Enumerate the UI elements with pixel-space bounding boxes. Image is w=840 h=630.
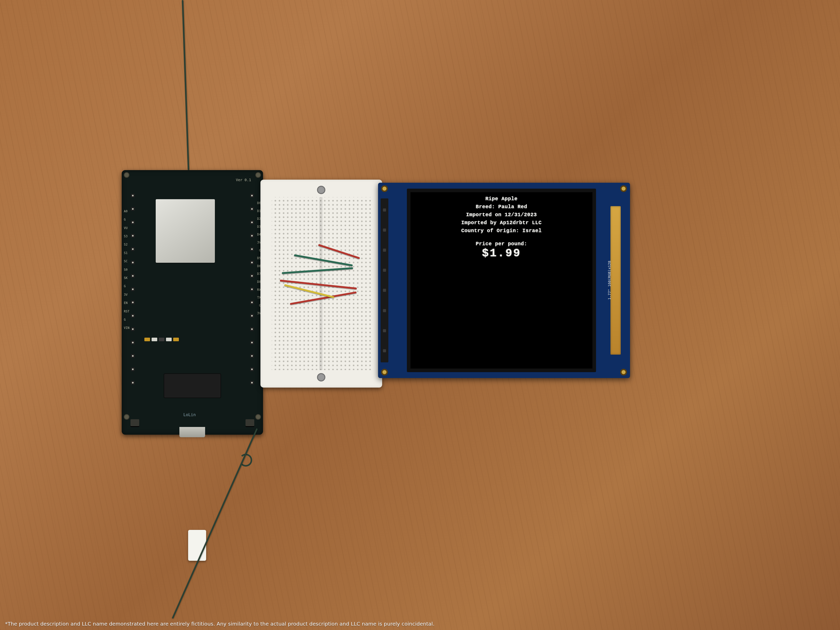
disclaimer-text: *The product description and LLC name de… bbox=[5, 621, 435, 627]
right-pin-header bbox=[250, 194, 254, 384]
price-per-pound-label: Price per pound: bbox=[476, 241, 527, 247]
mount-hole bbox=[381, 185, 388, 192]
product-breed: Breed: Paula Red bbox=[476, 203, 527, 211]
tft-display-module: 1.77" 160(RGB)x128 Ripe Apple Breed: Pau… bbox=[378, 183, 630, 378]
origin-country: Country of Origin: Israel bbox=[461, 227, 542, 235]
mcu-version-label: Ver 0.1 bbox=[236, 178, 251, 182]
breadboard-mount-hole bbox=[317, 373, 325, 381]
bottom-wire bbox=[172, 428, 257, 619]
mount-hole bbox=[620, 369, 627, 376]
mount-hole bbox=[124, 414, 129, 420]
reset-button[interactable] bbox=[131, 419, 139, 427]
mount-hole bbox=[255, 414, 261, 420]
mount-hole bbox=[124, 172, 129, 178]
mount-hole bbox=[620, 185, 627, 192]
mount-hole bbox=[381, 369, 388, 376]
product-name: Ripe Apple bbox=[485, 195, 518, 203]
breadboard-grid bbox=[272, 197, 371, 370]
tft-resolution-label: 1.77" 160(RGB)x128 bbox=[607, 261, 611, 300]
price-value: $1.99 bbox=[482, 247, 521, 260]
mcu-brand-label: LoLin bbox=[183, 412, 196, 417]
usb-serial-chip bbox=[164, 374, 221, 398]
import-date: Imported on 12/31/2023 bbox=[466, 211, 537, 219]
left-pin-header bbox=[131, 194, 134, 384]
flash-button[interactable] bbox=[246, 419, 254, 427]
micro-usb-port[interactable] bbox=[179, 427, 205, 437]
breadboard-mount-hole bbox=[317, 186, 325, 194]
importer: Imported by Ap12drbtr LLC bbox=[461, 219, 542, 227]
mini-breadboard bbox=[261, 180, 382, 388]
left-pin-labels: A0 G VU S3 S2 S1 SC S0 SK G 3V EN RST G … bbox=[124, 207, 129, 332]
nodemcu-board: Ver 0.1 A0 G VU S3 S2 S1 SC S0 SK G 3V E… bbox=[122, 170, 263, 435]
usb-cable-plug bbox=[188, 530, 206, 561]
smd-components bbox=[144, 324, 240, 355]
top-wire bbox=[182, 0, 189, 170]
tft-screen: Ripe Apple Breed: Paula Red Imported on … bbox=[407, 189, 596, 372]
mount-hole bbox=[255, 172, 261, 178]
tft-pin-header bbox=[381, 199, 388, 362]
tft-flex-ribbon bbox=[610, 206, 621, 355]
wifi-shield bbox=[156, 199, 215, 263]
jumper-wires bbox=[272, 197, 371, 370]
